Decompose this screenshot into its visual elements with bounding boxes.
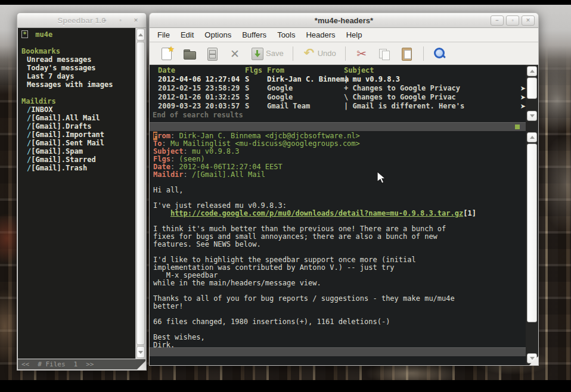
column-header-from[interactable]: From (267, 66, 284, 75)
message-field: Maildir: /[Gmail].All Mail (150, 171, 526, 179)
scroll-down-button[interactable] (136, 346, 145, 358)
search-button[interactable] (433, 46, 447, 61)
speedbar-section-bookmarks[interactable]: Bookmarks (21, 47, 135, 55)
speedbar-item[interactable]: /[Gmail].Drafts (21, 122, 135, 130)
scissors-icon: ✂ (355, 46, 369, 61)
maximize-button[interactable]: ▫ (114, 15, 127, 26)
resize-grip[interactable] (529, 356, 538, 365)
speedbar-item[interactable]: Messages with images (21, 80, 135, 89)
cell-date: 2009-03-23 20:03:57 (158, 102, 240, 111)
speedbar-item[interactable]: Unread messages (21, 55, 135, 64)
emacs-window: *mu4e-headers* −▫✕ FileEditOptionsBuffer… (149, 13, 539, 366)
view-modeline[interactable]: U:%*- *mu4e-view* Top L1 (mu4e:view) (150, 347, 526, 356)
column-header-date[interactable]: Date (158, 66, 175, 75)
speedbar-item[interactable]: /[Gmail].Spam (21, 147, 135, 155)
chevron-down-icon (530, 114, 535, 117)
body-line: 66 files changed, 1980 insertions(+), 11… (150, 318, 526, 326)
column-header-flgs[interactable]: Flgs (245, 66, 262, 75)
menu-tools[interactable]: Tools (272, 29, 300, 41)
message-row[interactable]: 2009-03-23 20:03:57SGmail Team| Gmail is… (150, 102, 526, 111)
toolbar: ★ ✕ Save ↶ Undo ✂ (150, 42, 538, 65)
field-name: Date (153, 163, 170, 171)
emacs-titlebar[interactable]: *mu4e-headers* −▫✕ (150, 13, 538, 28)
speedbar-item[interactable]: /INBOX (21, 105, 135, 114)
speedbar-titlebar[interactable]: Speedbar 1.0 −▫✕ (17, 13, 146, 28)
close-buffer-button[interactable]: ✕ (228, 46, 242, 61)
item-label: Unread messages (27, 55, 91, 64)
cell-subject: \ Changes to Google Privac (344, 93, 518, 102)
speedbar-item[interactable]: /[Gmail].Starred (21, 155, 135, 164)
headers-scrollbar[interactable] (526, 65, 538, 122)
message-field: Subject: mu v0.9.8.3 (150, 148, 526, 155)
minimize-button[interactable]: − (98, 15, 111, 26)
resize-grip[interactable] (136, 360, 146, 370)
toolbar-separator (423, 46, 424, 61)
item-label: [Gmail].Spam (31, 147, 83, 155)
files-mode-button[interactable]: # Files (38, 360, 65, 368)
scrollbar-thumb[interactable] (136, 42, 145, 345)
item-label: [Gmail].Sent Mail (31, 139, 104, 147)
scroll-down-button[interactable] (527, 111, 537, 121)
save-button[interactable]: Save (250, 46, 284, 61)
speedbar-item[interactable]: /[Gmail].All Mail (21, 114, 135, 122)
scroll-up-button[interactable] (136, 29, 145, 41)
footnote-ref: [1] (463, 209, 476, 217)
view-scrollbar[interactable] (526, 131, 538, 365)
menu-bar: FileEditOptionsBuffersToolsHeadersHelp (150, 28, 538, 42)
menu-options[interactable]: Options (199, 29, 237, 41)
speedbar-item[interactable]: Last 7 days (21, 72, 135, 80)
scroll-up-button[interactable] (527, 66, 537, 76)
chevron-up-icon (530, 70, 535, 73)
item-label: [Gmail].Drafts (31, 122, 91, 130)
copy-button[interactable] (377, 46, 392, 61)
speedbar-item[interactable]: /[Gmail].Sent Mail (21, 139, 135, 147)
speedbar-item[interactable]: Today's messages (21, 64, 135, 72)
scrollbar-thumb[interactable] (527, 144, 537, 322)
column-header-subject[interactable]: Subject (344, 66, 518, 75)
cell-from: Google (267, 93, 293, 102)
speedbar-section-maildirs[interactable]: Maildirs (21, 97, 135, 105)
truncation-arrow-icon: ➤ (520, 84, 526, 93)
speedbar-item[interactable]: /[Gmail].Trash (21, 164, 135, 172)
scroll-up-button[interactable] (527, 132, 537, 142)
undo-button[interactable]: ↶ Undo (302, 46, 336, 61)
close-buffer-icon: ✕ (228, 46, 242, 61)
menu-edit[interactable]: Edit (175, 29, 199, 41)
prev-button[interactable]: << (21, 360, 29, 368)
message-row[interactable]: 2012-04-06 12:27:04SDirk-Jan C. Binnema|… (150, 75, 526, 84)
save-label: Save (266, 49, 284, 58)
menu-buffers[interactable]: Buffers (237, 29, 272, 41)
chevron-up-icon (530, 136, 535, 139)
close-button[interactable]: ✕ (522, 15, 535, 26)
next-button[interactable]: >> (86, 360, 94, 368)
item-label: Messages with images (27, 80, 113, 89)
menu-file[interactable]: File (152, 29, 175, 41)
speedbar-scrollbar[interactable] (135, 28, 145, 359)
open-file-button[interactable] (182, 46, 197, 61)
speedbar-root-mu4e[interactable]: mu4e (31, 30, 52, 39)
new-file-button[interactable]: ★ (160, 46, 174, 61)
message-row[interactable]: 2012-01-26 01:32:25SGoogle\ Changes to G… (150, 93, 526, 102)
body-line: Hi all, (150, 186, 526, 194)
cut-button[interactable]: ✂ (355, 46, 369, 61)
body-line: Thanks to all of you for bug reports / s… (150, 295, 526, 303)
menu-headers[interactable]: Headers (300, 29, 340, 41)
headers-modeline[interactable]: U:%*- *mu4e-headers* All L1 (mu4e-header… (150, 122, 526, 131)
speedbar-item[interactable]: /[Gmail].Important (21, 130, 135, 139)
expand-toggle[interactable]: * (21, 30, 28, 38)
download-link[interactable]: http://code.google.com/p/mu0/downloads/d… (170, 209, 463, 217)
scrollbar-column (526, 65, 538, 365)
cell-from: Dirk-Jan C. Binnema (267, 75, 349, 84)
scrollbar-thumb[interactable] (527, 77, 537, 99)
field-name: Maildir (153, 170, 184, 179)
scrollbar-gap (526, 122, 538, 131)
menu-help[interactable]: Help (341, 29, 368, 41)
echo-area (150, 356, 526, 365)
message-row[interactable]: 2012-02-15 23:58:29SGoogle+ Changes to G… (150, 84, 526, 93)
close-button[interactable]: ✕ (129, 15, 142, 26)
paste-button[interactable] (400, 46, 414, 61)
minimize-button[interactable]: − (491, 15, 504, 26)
maximize-button[interactable]: ▫ (506, 15, 519, 26)
dired-button[interactable] (205, 46, 219, 61)
end-of-results-text: End of search results (150, 111, 526, 120)
